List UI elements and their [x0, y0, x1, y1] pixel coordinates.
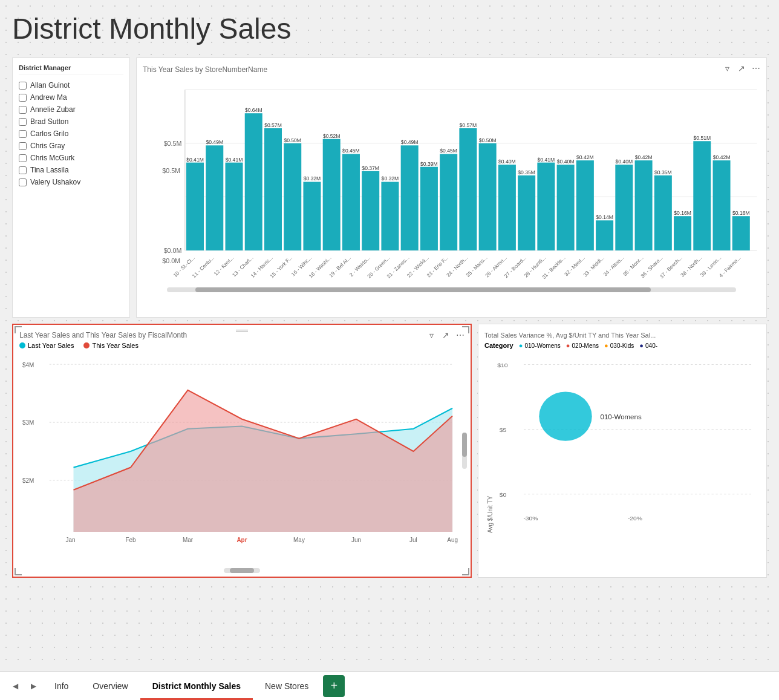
slicer-checkbox-8[interactable]: [19, 178, 27, 186]
cat-mens-dot: ●: [566, 342, 570, 349]
slicer-item-6[interactable]: Chris McGurk: [19, 152, 123, 164]
tab-new-stores[interactable]: New Stores: [253, 673, 321, 700]
slicer-item-2[interactable]: Annelie Zubar: [19, 103, 123, 116]
line-chart-title: Last Year Sales and This Year Sales by F…: [19, 331, 464, 339]
expand-icon[interactable]: ↗: [736, 63, 747, 74]
line-chart-side-scroll[interactable]: [462, 433, 467, 469]
resize-tl[interactable]: [15, 326, 22, 333]
line-chart-bottom-scroll[interactable]: [224, 568, 260, 573]
bar-chart-scrollbar-thumb[interactable]: [195, 287, 651, 292]
slicer-title: District Manager: [19, 64, 123, 74]
slicer-label-8: Valery Ushakov: [30, 178, 80, 186]
svg-text:$0.50M: $0.50M: [284, 137, 301, 143]
svg-text:34 - Altoo...: 34 - Altoo...: [602, 255, 625, 277]
svg-rect-84: [674, 216, 691, 250]
svg-rect-54: [479, 143, 497, 250]
resize-br[interactable]: [462, 568, 469, 575]
filter-icon[interactable]: ▿: [722, 63, 732, 74]
svg-text:$0.57M: $0.57M: [460, 122, 477, 128]
bubble-womens[interactable]: [539, 391, 592, 440]
more-icon[interactable]: ⋯: [751, 63, 761, 74]
main-container: District Monthly Sales District Manager …: [0, 0, 779, 700]
slicer-item-7[interactable]: Tina Lassila: [19, 164, 123, 176]
line-chart-toolbar: ▿ ↗ ⋯: [426, 330, 466, 341]
scatter-chart-title: Total Sales Variance %, Avg $/Unit TY an…: [484, 332, 760, 339]
bar-chart-svg: $0.0M $0.5M $0.0M$0.5M$0.41M10 - St.-Cl.…: [143, 77, 760, 283]
svg-text:Jan: Jan: [66, 537, 76, 543]
tab-prev-button[interactable]: ◀: [6, 672, 24, 700]
svg-text:$0.51M: $0.51M: [693, 135, 711, 141]
slicer-checkbox-7[interactable]: [19, 166, 27, 174]
tab-info[interactable]: Info: [42, 673, 80, 700]
resize-bl[interactable]: [15, 568, 22, 575]
slicer-label-5: Chris Gray: [30, 142, 65, 150]
svg-text:Mar: Mar: [183, 537, 194, 543]
slicer-item-8[interactable]: Valery Ushakov: [19, 176, 123, 188]
line-expand-icon[interactable]: ↗: [440, 330, 451, 341]
slicer-item-5[interactable]: Chris Gray: [19, 140, 123, 152]
svg-rect-93: [732, 216, 750, 250]
line-filter-icon[interactable]: ▿: [426, 330, 437, 341]
svg-rect-21: [264, 128, 282, 250]
svg-rect-15: [225, 163, 243, 250]
svg-rect-33: [342, 154, 360, 250]
svg-rect-12: [206, 145, 223, 250]
slicer-item-0[interactable]: Allan Guinot: [19, 79, 123, 91]
slicer-item-1[interactable]: Andrew Ma: [19, 91, 123, 103]
line-chart-side-scroll-thumb[interactable]: [462, 433, 467, 457]
slicer-checkbox-3[interactable]: [19, 118, 27, 126]
slicer-checkbox-1[interactable]: [19, 94, 27, 102]
line-chart-legend: Last Year Sales This Year Sales: [19, 342, 464, 349]
svg-rect-27: [303, 182, 321, 250]
slicer-item-4[interactable]: Carlos Grilo: [19, 128, 123, 140]
tab-district-monthly-sales[interactable]: District Monthly Sales: [140, 673, 253, 700]
svg-text:$0.5M: $0.5M: [164, 140, 182, 147]
svg-text:$0.35M: $0.35M: [518, 169, 535, 175]
svg-text:$0.50M: $0.50M: [479, 137, 497, 143]
svg-text:$0.35M: $0.35M: [654, 169, 672, 175]
svg-rect-87: [693, 141, 711, 250]
legend-last-year: Last Year Sales: [19, 342, 74, 349]
svg-rect-45: [420, 167, 438, 250]
svg-text:$10: $10: [497, 362, 508, 368]
tab-add-icon: +: [331, 679, 338, 693]
svg-rect-42: [401, 145, 419, 250]
svg-rect-36: [362, 171, 379, 250]
bar-chart-toolbar: ▿ ↗ ⋯: [722, 63, 761, 74]
cat-kids-dot: ●: [604, 342, 608, 349]
line-more-icon[interactable]: ⋯: [455, 330, 466, 341]
bar-chart-panel: ▿ ↗ ⋯ This Year Sales by StoreNumberName…: [136, 57, 767, 318]
cat-womens-label: 010-Womens: [524, 342, 560, 349]
svg-text:$0: $0: [500, 491, 507, 498]
svg-text:$0.42M: $0.42M: [635, 154, 653, 160]
svg-rect-24: [284, 143, 301, 250]
slicer-checkbox-4[interactable]: [19, 130, 27, 138]
svg-text:$0.64M: $0.64M: [245, 107, 262, 113]
slicer-checkbox-5[interactable]: [19, 142, 27, 150]
svg-text:$0.40M: $0.40M: [616, 159, 633, 165]
svg-text:Aug: Aug: [447, 537, 458, 543]
tab-district-monthly-sales-label: District Monthly Sales: [152, 681, 241, 691]
slicer-label-1: Andrew Ma: [30, 93, 67, 102]
tab-next-button[interactable]: ▶: [24, 672, 42, 700]
tab-overview[interactable]: Overview: [80, 673, 140, 700]
svg-text:$0.16M: $0.16M: [732, 210, 750, 216]
svg-rect-75: [615, 165, 633, 250]
line-chart-svg: $4M $3M $2M Jan Feb Mar Apr: [19, 352, 464, 551]
slicer-checkbox-0[interactable]: [19, 82, 27, 90]
svg-text:$0.45M: $0.45M: [342, 148, 360, 154]
tab-add-button[interactable]: +: [323, 675, 345, 697]
svg-rect-18: [245, 113, 262, 250]
line-chart-scroll-thumb[interactable]: [230, 568, 254, 573]
line-chart-drag-handle[interactable]: [235, 330, 249, 332]
svg-rect-30: [323, 139, 341, 250]
bar-chart-scrollbar[interactable]: [167, 287, 736, 292]
svg-text:$0.41M: $0.41M: [186, 157, 204, 163]
slicer-checkbox-2[interactable]: [19, 106, 27, 114]
slicer-checkbox-6[interactable]: [19, 154, 27, 162]
svg-text:$4M: $4M: [22, 361, 34, 368]
slicer-item-3[interactable]: Brad Sutton: [19, 116, 123, 128]
svg-rect-66: [557, 165, 575, 250]
page-title: District Monthly Sales: [12, 12, 767, 45]
svg-rect-9: [186, 163, 204, 250]
